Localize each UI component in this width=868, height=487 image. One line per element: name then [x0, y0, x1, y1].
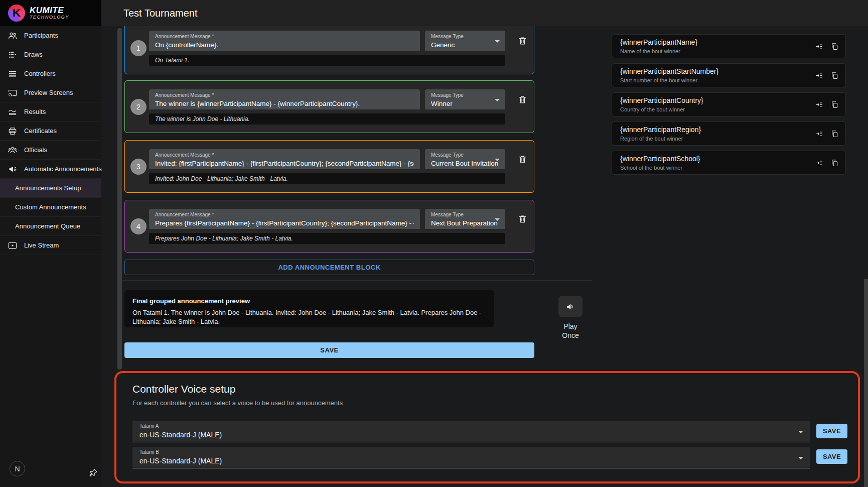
delete-block-button[interactable] [517, 154, 528, 165]
sidebar-item-announcements-setup[interactable]: Announcements Setup [0, 179, 101, 198]
insert-placeholder-icon[interactable] [815, 42, 823, 51]
placeholder-description: Name of the bout winner [620, 48, 680, 54]
participants-icon [8, 31, 18, 41]
content-scrollbar[interactable] [117, 28, 122, 370]
message-type-label: Message Type [431, 92, 499, 98]
results-icon [8, 107, 18, 117]
topbar: K KUMITE TECHNOLOGY Test Tournament [0, 0, 868, 26]
message-type-select[interactable]: Message Type Next Bout Preparation [425, 209, 505, 229]
page-title: Test Tournament [123, 8, 198, 19]
copy-icon[interactable] [830, 130, 839, 138]
tatami-b-voice-value: en-US-Standard-J (MALE) [139, 457, 803, 465]
announcement-preview: On Tatami 1. [149, 55, 505, 66]
add-announcement-block-button[interactable]: ADD ANNOUNCEMENT BLOCK [124, 260, 534, 275]
message-type-value: Current Bout Invitation [431, 160, 499, 167]
announcement-block-4: 4 Announcement Message * Prepares {first… [124, 200, 534, 253]
megaphone-icon [8, 164, 18, 174]
insert-placeholder-icon[interactable] [815, 159, 823, 167]
placeholder-description: Region of the bout winner [620, 136, 683, 142]
sidebar-item-controllers[interactable]: Controllers [0, 64, 101, 83]
controllers-icon [8, 69, 18, 79]
section-divider [118, 280, 592, 281]
speaker-icon [565, 301, 576, 312]
tatami-b-voice-select[interactable]: Tatami B en-US-Standard-J (MALE) [132, 447, 810, 468]
message-type-value: Generic [431, 41, 499, 49]
page-scrollbar[interactable] [864, 279, 868, 487]
tatami-a-label: Tatami A [139, 423, 803, 429]
brand-subtitle: TECHNOLOGY [30, 15, 69, 20]
sidebar-item-live-stream[interactable]: Live Stream [0, 236, 101, 255]
play-once-button[interactable] [558, 296, 583, 317]
final-preview-title: Final grouped announcement preview [132, 297, 486, 305]
announcement-message-value: The winner is {winnerParticipantName} - … [155, 100, 414, 107]
tatami-b-save-button[interactable]: SAVE [816, 449, 847, 464]
placeholder-card: {winnerParticipantSchool} School of the … [612, 151, 846, 175]
app-root: 1 Announcement Message * On {controllerN… [0, 0, 868, 487]
announcement-message-input[interactable]: Announcement Message * On {controllerNam… [149, 31, 420, 51]
message-type-value: Next Bout Preparation [431, 219, 499, 227]
copy-icon[interactable] [830, 71, 839, 80]
user-avatar[interactable]: N [10, 461, 25, 476]
block-number-badge: 3 [130, 159, 147, 175]
controller-voice-setup-annotation: Controller Voice setup For each controll… [114, 371, 860, 483]
final-preview-text: On Tatami 1. The winner is John Doe - Li… [132, 308, 486, 326]
message-type-select[interactable]: Message Type Winner [425, 89, 505, 109]
announcement-message-input[interactable]: Announcement Message * Prepares {firstPa… [149, 209, 420, 229]
copy-icon[interactable] [830, 100, 839, 109]
message-type-value: Winner [431, 100, 499, 107]
delete-block-button[interactable] [517, 94, 528, 105]
placeholder-token: {winnerParticipantStartNumber} [620, 67, 718, 75]
copy-icon[interactable] [830, 42, 839, 51]
pin-sidebar-icon[interactable] [88, 468, 98, 478]
sidebar-item-custom-announcements[interactable]: Custom Announcements [0, 198, 101, 217]
app-logo[interactable]: K KUMITE TECHNOLOGY [0, 0, 101, 26]
copy-icon[interactable] [830, 159, 839, 167]
sidebar-item-officials[interactable]: Officials [0, 141, 101, 160]
insert-placeholder-icon[interactable] [815, 100, 823, 109]
sidebar-item-announcement-queue[interactable]: Announcement Queue [0, 217, 101, 236]
placeholder-description: Start number of the bout winner [620, 77, 697, 83]
tatami-a-voice-select[interactable]: Tatami A en-US-Standard-J (MALE) [132, 421, 810, 442]
tatami-a-save-button[interactable]: SAVE [816, 424, 847, 438]
sidebar-item-results[interactable]: Results [0, 102, 101, 121]
announcement-message-label: Announcement Message * [155, 212, 414, 217]
announcement-message-value: Prepares {firstParticipantName} - {first… [155, 219, 414, 227]
announcement-block-1: 1 Announcement Message * On {controllerN… [124, 22, 534, 74]
sidebar-footer: N [0, 457, 101, 487]
live-stream-icon [8, 240, 18, 251]
sidebar-item-draws[interactable]: Draws [0, 45, 101, 64]
insert-placeholder-icon[interactable] [815, 71, 823, 80]
message-type-select[interactable]: Message Type Generic [425, 31, 505, 51]
sidebar-item-preview-screens[interactable]: Preview Screens [0, 83, 101, 102]
sidebar: Participants Draws Controllers Preview S… [0, 26, 101, 487]
block-number-badge: 1 [130, 40, 147, 56]
delete-block-button[interactable] [517, 214, 528, 224]
announcement-message-label: Announcement Message * [155, 34, 414, 39]
final-preview-box: Final grouped announcement preview On Ta… [124, 290, 494, 327]
chevron-down-icon [798, 431, 803, 433]
chevron-down-icon [495, 159, 500, 161]
sidebar-item-certificates[interactable]: Certificates [0, 121, 101, 141]
placeholder-token: {winnerParticipantCountry} [620, 96, 703, 104]
insert-placeholder-icon[interactable] [815, 130, 823, 138]
announcement-message-value: On {controllerName}. [155, 41, 414, 49]
announcement-message-input[interactable]: Announcement Message * Invited: {firstPa… [149, 149, 420, 169]
message-type-label: Message Type [431, 152, 499, 158]
announcement-block-3: 3 Announcement Message * Invited: {first… [124, 140, 534, 193]
announcement-preview: Invited: John Doe - Lithuania; Jake Smit… [149, 173, 505, 184]
announcement-preview: Prepares John Doe - Lithuania; Jake Smit… [149, 233, 505, 244]
sidebar-item-automatic-announcements[interactable]: Automatic Announcements [0, 160, 101, 179]
chevron-down-icon [495, 40, 500, 43]
placeholder-card: {winnerParticipantRegion} Region of the … [612, 121, 846, 146]
placeholder-card: {winnerParticipantCountry} Country of th… [612, 92, 846, 116]
save-announcements-button[interactable]: SAVE [124, 342, 534, 358]
announcement-message-input[interactable]: Announcement Message * The winner is {wi… [149, 89, 420, 109]
message-type-select[interactable]: Message Type Current Bout Invitation [425, 149, 505, 169]
sidebar-item-participants[interactable]: Participants [0, 26, 101, 45]
placeholder-description: Country of the bout winner [620, 106, 685, 112]
delete-block-button[interactable] [517, 36, 528, 46]
draws-icon [8, 50, 18, 60]
placeholder-card: {winnerParticipantName} Name of the bout… [612, 34, 846, 58]
announcement-block-2: 2 Announcement Message * The winner is {… [124, 80, 534, 133]
announcement-message-label: Announcement Message * [155, 92, 414, 98]
